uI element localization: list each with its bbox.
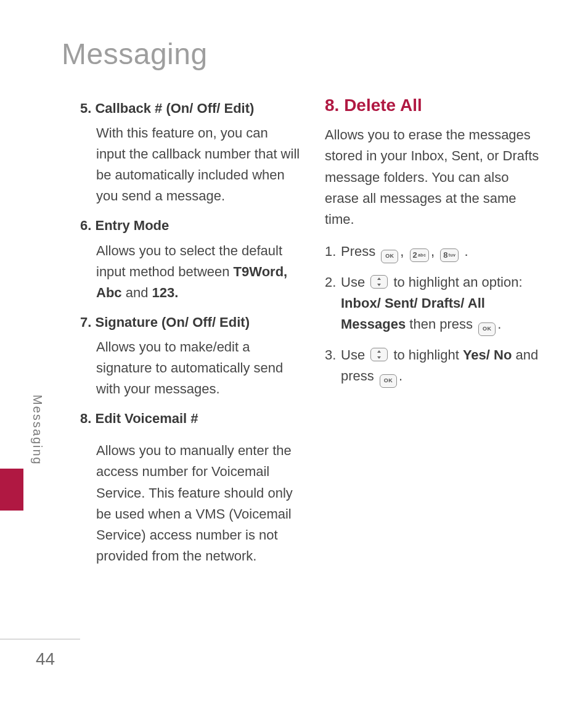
text: to highlight (393, 347, 463, 363)
nav-key-icon (370, 275, 388, 289)
nav-key-icon (370, 348, 388, 361)
key-2-icon: 2abc (410, 248, 430, 262)
item-6-body: Allows you to select the default input m… (96, 240, 300, 303)
text: Use (341, 274, 369, 290)
text: . (497, 316, 501, 332)
item-5-body: With this feature on, you can input the … (96, 123, 300, 207)
step-3: 3. Use to highlight Yes/ No and press . (325, 345, 545, 388)
left-column: 5. Callback # (On/ Off/ Edit) With this … (80, 89, 300, 573)
right-column: 8. Delete All Allows you to erase the me… (325, 89, 545, 573)
page-number: 44 (36, 649, 55, 669)
side-tab-label: Messaging (30, 395, 44, 466)
section-heading-delete-all: 8. Delete All (325, 92, 545, 118)
text: . (464, 244, 468, 259)
item-7-title: 7. Signature (On/ Off/ Edit) (80, 312, 300, 333)
item-5-title: 5. Callback # (On/ Off/ Edit) (80, 98, 300, 119)
ok-key-icon (381, 250, 398, 263)
ok-key-icon (478, 322, 496, 336)
key-8-icon: 8tuv (440, 248, 459, 262)
item-7-body: Allows you to make/edit a signature to a… (96, 337, 300, 400)
step-number: 3. (325, 345, 341, 366)
step-1: 1. Press , 2abc, 8tuv . (325, 241, 545, 263)
item-6-title: 6. Entry Mode (80, 215, 300, 236)
item-8-body: Allows you to manually enter the access … (96, 440, 300, 567)
step-body: Press , 2abc, 8tuv . (341, 241, 545, 263)
delete-all-intro: Allows you to erase the messages stored … (325, 125, 545, 229)
text: to highlight an option: (393, 274, 522, 290)
content-columns: 5. Callback # (On/ Off/ Edit) With this … (80, 89, 545, 573)
bold-text: 123. (152, 285, 179, 300)
step-body: Use to highlight an option: Inbox/ Sent/… (341, 272, 545, 336)
text: and (122, 285, 152, 300)
footer-rule (0, 639, 80, 639)
step-2: 2. Use to highlight an option: Inbox/ Se… (325, 272, 545, 336)
thumb-tab (0, 469, 23, 511)
text: then press (406, 316, 476, 332)
chapter-title: Messaging (62, 37, 545, 71)
comma: , (431, 244, 438, 259)
step-body: Use to highlight Yes/ No and press . (341, 345, 545, 388)
text: Use (341, 347, 369, 363)
comma: , (400, 244, 407, 259)
text: Press (341, 244, 379, 259)
step-number: 1. (325, 241, 341, 262)
step-number: 2. (325, 272, 341, 293)
manual-page: Messaging 5. Callback # (On/ Off/ Edit) … (0, 0, 588, 706)
ok-key-icon (380, 374, 397, 388)
text: . (399, 368, 402, 384)
item-8-title: 8. Edit Voicemail # (80, 408, 300, 429)
bold-text: Yes/ No (463, 347, 512, 363)
